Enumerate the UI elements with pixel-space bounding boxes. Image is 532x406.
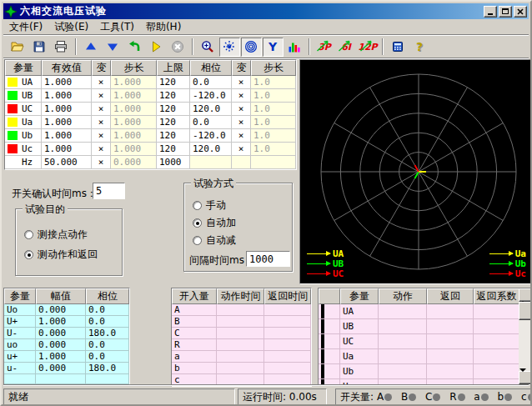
value-cell[interactable]: × — [232, 89, 251, 103]
value-cell[interactable]: 1.0 — [251, 143, 296, 156]
value-cell[interactable]: 1.000 — [42, 76, 92, 89]
scroll-up-button[interactable] — [519, 288, 532, 302]
calculator-button[interactable] — [388, 38, 409, 57]
value-cell[interactable]: 1.000 — [42, 89, 92, 103]
value-cell[interactable]: × — [92, 129, 111, 143]
value-cell[interactable]: 1.000 — [111, 116, 157, 129]
checkbox[interactable] — [321, 334, 324, 348]
step-up-button[interactable] — [81, 38, 102, 57]
mode-option-0[interactable]: 手动 — [193, 198, 226, 213]
checkbox[interactable] — [321, 304, 324, 318]
value-cell[interactable]: 1.000 — [42, 129, 92, 143]
value-cell[interactable]: 1.000 — [111, 143, 157, 156]
mode-option-2[interactable]: 自动减 — [193, 233, 236, 248]
value-cell[interactable]: 1.0 — [251, 129, 296, 143]
value-cell[interactable]: 1.000 — [111, 89, 157, 103]
menu-item-0[interactable]: 文件(F) — [3, 19, 48, 35]
value-cell[interactable] — [251, 156, 296, 169]
value-cell[interactable]: 0.0 — [190, 76, 232, 89]
value-cell[interactable]: 1.0 — [251, 103, 296, 116]
value-cell[interactable]: 1000 — [157, 156, 190, 169]
maximize-button[interactable] — [499, 6, 512, 18]
radio-button[interactable] — [193, 236, 202, 245]
menu-item-2[interactable]: 工具(T) — [94, 19, 140, 35]
value-cell[interactable]: × — [232, 103, 251, 116]
scroll-thumb[interactable] — [519, 302, 532, 320]
value-cell[interactable]: 1.0 — [251, 76, 296, 89]
value-cell[interactable]: 1.0 — [251, 89, 296, 103]
value-cell[interactable]: 120.0 — [190, 103, 232, 116]
value-cell[interactable]: 50.000 — [42, 156, 92, 169]
result-scrollbar[interactable] — [519, 288, 532, 384]
radio-button[interactable] — [24, 230, 33, 239]
purpose-option-1[interactable]: 测动作和返回 — [24, 248, 98, 262]
purpose-option-0[interactable]: 测接点动作 — [24, 228, 88, 242]
value-cell[interactable]: 120 — [157, 76, 190, 89]
value-cell[interactable]: 120 — [157, 116, 190, 129]
switch-state-icon — [458, 393, 465, 401]
value-cell[interactable]: -120.0 — [190, 89, 232, 103]
value-cell[interactable] — [232, 156, 251, 169]
value-cell[interactable]: 0.000 — [111, 156, 157, 169]
open-file-button[interactable] — [8, 38, 28, 57]
scroll-down-button[interactable] — [519, 371, 532, 384]
help-button[interactable]: ? — [409, 38, 430, 57]
vector-view-button[interactable]: Y — [263, 38, 284, 57]
zoom-button[interactable] — [198, 38, 218, 57]
value-cell[interactable]: × — [92, 116, 111, 129]
column-header: 开入量 — [172, 288, 217, 304]
menu-item-3[interactable]: 帮助(H) — [140, 19, 187, 35]
value-cell[interactable] — [190, 156, 232, 169]
value-cell[interactable]: 120.0 — [190, 143, 232, 156]
legend-item: Ua — [489, 248, 526, 258]
value-cell[interactable]: 120 — [157, 89, 190, 103]
close-button[interactable] — [514, 6, 527, 18]
value-cell[interactable]: × — [92, 143, 111, 156]
circle-view-button[interactable] — [241, 38, 262, 57]
stop-button[interactable] — [168, 38, 188, 57]
bar-chart-button[interactable] — [284, 38, 305, 57]
mode-option-1[interactable]: 自动加 — [193, 216, 236, 230]
value-cell[interactable]: -120.0 — [190, 129, 232, 143]
menu-item-1[interactable]: 试验(E) — [48, 19, 94, 35]
checkbox[interactable] — [321, 319, 324, 333]
phasor-view-button[interactable] — [219, 38, 240, 57]
value-cell[interactable]: × — [92, 89, 111, 103]
value-cell[interactable]: × — [232, 143, 251, 156]
mode-6i-button[interactable]: 6I — [336, 38, 357, 57]
radio-button[interactable] — [193, 201, 202, 210]
value-cell[interactable]: 1.0 — [251, 116, 296, 129]
checkbox[interactable] — [321, 364, 324, 378]
checkbox[interactable] — [321, 349, 324, 363]
checkbox-cell — [319, 319, 340, 334]
value-cell[interactable]: 120 — [157, 129, 190, 143]
value-cell[interactable]: 120 — [157, 143, 190, 156]
value-cell[interactable]: 1.000 — [42, 103, 92, 116]
value-cell[interactable]: × — [232, 76, 251, 89]
value-cell[interactable]: × — [232, 129, 251, 143]
start-button[interactable] — [146, 38, 167, 57]
reset-button[interactable] — [124, 38, 145, 57]
interval-input[interactable] — [246, 251, 290, 267]
mode-12p-button[interactable]: 12P — [358, 38, 379, 57]
mode-3p-button[interactable]: 3P — [314, 38, 335, 57]
switch-confirm-input[interactable] — [93, 183, 125, 199]
value-cell[interactable]: 1.000 — [111, 129, 157, 143]
value-cell[interactable]: × — [92, 76, 111, 89]
radio-button[interactable] — [193, 218, 202, 228]
value-cell[interactable]: 1.000 — [111, 76, 157, 89]
minimize-button[interactable] — [484, 6, 497, 18]
print-button[interactable] — [51, 38, 72, 57]
value-cell[interactable]: × — [92, 103, 111, 116]
value-cell[interactable]: 1.000 — [42, 143, 92, 156]
value-cell[interactable]: 120 — [157, 103, 190, 116]
radio-button[interactable] — [24, 250, 33, 259]
save-button[interactable] — [29, 38, 50, 57]
step-down-button[interactable] — [103, 38, 123, 57]
result-cell — [427, 364, 474, 379]
value-cell[interactable]: 0.0 — [190, 116, 232, 129]
value-cell[interactable]: 1.000 — [111, 103, 157, 116]
value-cell[interactable]: × — [92, 156, 111, 169]
value-cell[interactable]: 1.000 — [42, 116, 92, 129]
value-cell[interactable]: × — [232, 116, 251, 129]
